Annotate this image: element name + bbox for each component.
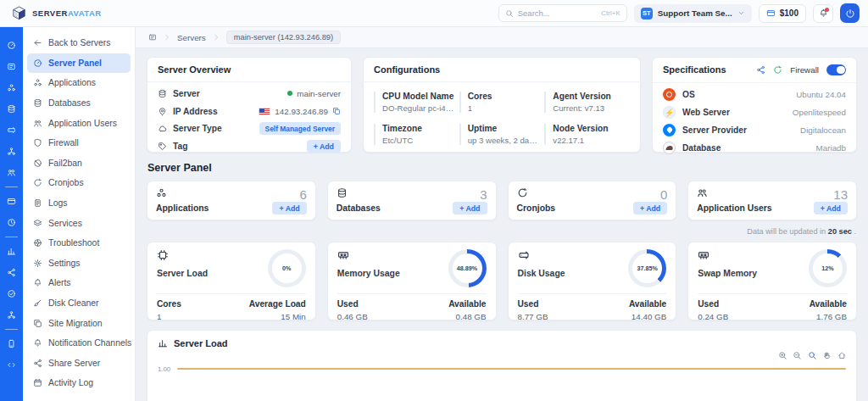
add-application-button[interactable]: + Add <box>272 202 306 214</box>
sidebar-item-site-migration[interactable]: Site Migration <box>27 313 131 333</box>
sidebar-item-share-server[interactable]: Share Server <box>27 354 131 374</box>
server-load-chart-card: Server Load 1.00 <box>147 330 857 401</box>
magnifier-icon[interactable] <box>808 351 817 360</box>
swap-icon <box>698 249 709 261</box>
rail-network-icon[interactable] <box>0 141 23 162</box>
tag-icon <box>158 142 167 151</box>
sidebar-menu: Back to Servers Server Panel Application… <box>23 27 136 401</box>
disk-usage-donut: 37.85% <box>628 249 666 287</box>
application-users-count: 13 <box>833 187 848 202</box>
rail-divider <box>5 329 18 330</box>
sidebar-item-applications[interactable]: Applications <box>27 73 131 93</box>
disk-icon <box>518 249 530 261</box>
sidebar-item-databases[interactable]: Databases <box>27 93 131 114</box>
cronjobs-count: 0 <box>660 187 667 202</box>
sidebar-item-services[interactable]: Services <box>27 213 131 233</box>
config-uptime: Uptimeup 3 weeks, 2 days, 8 hours, ... <box>459 124 545 145</box>
zoom-out-icon[interactable] <box>793 351 802 360</box>
search-box[interactable]: Ctrl+K <box>498 4 627 22</box>
rail-databases-icon[interactable] <box>0 98 23 120</box>
refresh-icon[interactable] <box>773 65 782 75</box>
top-bar: SERVERAVATAR Ctrl+K ST Support Team Se..… <box>0 0 868 27</box>
sidebar-item-server-panel[interactable]: Server Panel <box>27 53 131 74</box>
rail-server-panel-icon[interactable] <box>0 56 23 77</box>
add-database-button[interactable]: + Add <box>453 202 487 214</box>
rail-servers-icon[interactable] <box>0 120 23 141</box>
page-content: Server Overview Server main-server IP Ad… <box>136 48 868 401</box>
stat-card-application-users: 13 Application Users+ Add <box>687 181 857 220</box>
power-icon <box>845 8 855 19</box>
sidebar-item-alerts[interactable]: Alerts <box>27 273 131 293</box>
server-cube-logo-icon <box>11 5 27 21</box>
copy-icon[interactable] <box>332 107 341 115</box>
server-overview-card: Server Overview Server main-server IP Ad… <box>147 57 352 153</box>
rail-monitoring-icon[interactable] <box>0 241 23 262</box>
balance-amount: $100 <box>780 8 798 18</box>
add-cronjob-button[interactable]: + Add <box>633 202 667 214</box>
rail-api-icon[interactable] <box>0 354 23 376</box>
metric-card-server-load: Server Load 0% Cores1 Average Load15 Min <box>147 242 316 320</box>
add-application-user-button[interactable]: + Add <box>814 202 848 214</box>
sidebar-item-activity-log[interactable]: Activity Log <box>27 373 131 393</box>
rail-applications-icon[interactable] <box>0 77 23 98</box>
chart-toolbar <box>158 351 846 360</box>
us-flag-icon <box>259 108 270 115</box>
rail-history-icon[interactable] <box>0 212 23 233</box>
breadcrumb-current-server[interactable]: main-server (142.93.246.89) <box>226 31 341 44</box>
sidebar-item-application-users[interactable]: Application Users <box>27 113 131 133</box>
stat-card-cronjobs: 0 Cronjobs+ Add <box>508 181 677 220</box>
status-dot-online <box>287 91 292 96</box>
breadcrumb-servers[interactable]: Servers <box>177 33 206 42</box>
sidebar-item-firewall[interactable]: Firewall <box>27 133 131 153</box>
rail-divider <box>5 237 18 237</box>
search-shortcut: Ctrl+K <box>601 9 620 17</box>
firewall-toggle[interactable] <box>826 64 846 75</box>
configurations-card: Configurations CPU Model NameDO-Regular … <box>363 57 641 153</box>
overview-row-server: Server main-server <box>158 85 341 103</box>
rail-divider <box>5 187 18 187</box>
config-node-version: Node Versionv22.17.1 <box>544 124 630 145</box>
balance-button[interactable]: $100 <box>759 4 806 23</box>
share-icon[interactable] <box>756 65 765 75</box>
notifications-button[interactable] <box>813 4 833 23</box>
rail-integrations-icon[interactable] <box>0 262 23 283</box>
rail-users-icon[interactable] <box>0 162 23 183</box>
zoom-in-icon[interactable] <box>778 351 787 360</box>
brand-logo[interactable]: SERVERAVATAR <box>11 5 102 21</box>
add-tag-button[interactable]: + Add <box>307 140 341 153</box>
server-load-donut: 0% <box>268 249 306 287</box>
rail-dashboard-icon[interactable] <box>0 35 23 56</box>
account-switcher[interactable]: ST Support Team Se... <box>634 4 752 23</box>
power-button[interactable] <box>840 3 860 23</box>
rail-teams-icon[interactable] <box>0 304 23 326</box>
apps-icon <box>156 187 167 198</box>
spec-row-web-server: ⚡ Web Server Openlitespeed <box>663 103 846 121</box>
search-input[interactable] <box>518 8 598 18</box>
sidebar-item-settings[interactable]: Settings <box>27 253 131 274</box>
sidebar-item-cronjobs[interactable]: Cronjobs <box>27 173 131 193</box>
sidebar-item-logs[interactable]: Logs <box>27 193 131 214</box>
applications-count: 6 <box>299 187 306 202</box>
cpu-icon <box>157 249 169 261</box>
home-icon[interactable] <box>837 351 847 360</box>
breadcrumb: Servers main-server (142.93.246.89) <box>136 27 868 48</box>
swap-memory-donut: 12% <box>809 249 847 287</box>
sidebar-item-fail2ban[interactable]: Fail2ban <box>27 153 131 174</box>
spec-row-os: OS Ubuntu 24.04 <box>663 86 846 104</box>
spec-row-database: Database Mariadb <box>663 139 846 157</box>
rail-billing-icon[interactable] <box>0 191 23 212</box>
metric-card-memory-usage: Memory Usage 48.89% Used0.46 GB Availabl… <box>327 242 497 320</box>
specifications-card: Specifications Firewall OS Ubuntu 24. <box>652 57 857 153</box>
rail-status-icon[interactable] <box>0 283 23 304</box>
icon-rail <box>0 27 23 401</box>
rail-mobile-icon[interactable] <box>0 333 23 354</box>
sidebar-item-back-to-servers[interactable]: Back to Servers <box>27 33 131 53</box>
overview-row-ip: IP Address 142.93.246.89 <box>158 103 341 120</box>
sidebar-item-disk-cleaner[interactable]: Disk Cleaner <box>27 293 131 314</box>
config-agent-version: Agent VersionCurrent: v7.13 <box>544 92 630 113</box>
cloud-icon <box>158 124 167 133</box>
pan-icon[interactable] <box>822 351 832 360</box>
sidebar-item-notification-channels[interactable]: Notification Channels <box>27 333 131 354</box>
chevron-right-icon <box>163 33 171 42</box>
sidebar-item-troubleshoot[interactable]: Troubleshoot <box>27 233 131 253</box>
